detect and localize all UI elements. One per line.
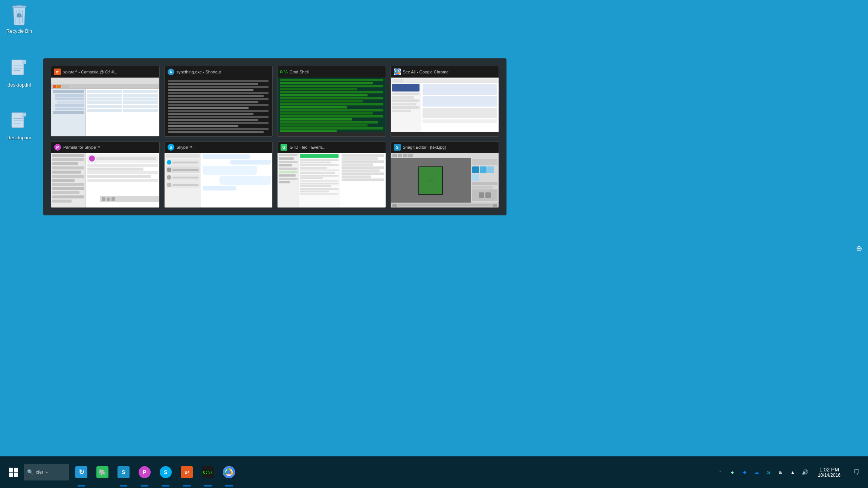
snagit-app-icon: S [394,144,401,151]
tray-security[interactable]: ● [727,467,738,477]
xplorer-title: xplorer² - Camtasia @ C:\ #... [63,70,117,74]
sidebar-action-button[interactable]: ⊕ [850,233,868,264]
tray-snagit2[interactable]: S [763,467,774,477]
clock[interactable]: 1:02 PM 10/14/2016 [812,467,846,478]
notification-center-button[interactable]: 🗨 [848,456,865,488]
task-title-pamela: P Pamela for Skype™ [51,142,159,153]
taskbar-app-camtasia[interactable]: x² [176,456,197,488]
desktop-ini-label-1: desktop.ini [8,82,31,88]
desktop-ini-image-1 [8,58,31,81]
taskbar-app-evernote[interactable]: 🐘 [92,456,113,488]
task-title-syncthing: ↻ syncthing.exe - Shortcut [165,66,273,78]
taskbar: 🔍 xfer » ↻ 🐘 S P S x² [0,456,868,488]
clock-time: 1:02 PM [819,467,839,473]
syncthing-title: syncthing.exe - Shortcut [177,70,221,74]
desktop-ini-icon-2[interactable]: desktop.ini [2,109,36,142]
taskbar-apps: ↻ 🐘 S P S x² C:\\ [71,456,240,488]
skype-preview [165,153,273,207]
desktop-ini-label-2: desktop.ini [8,135,31,140]
search-expand-icon: » [46,470,48,474]
cmd-active-dot [204,485,212,486]
skype-active-dot [162,485,169,486]
pamela-preview [51,153,159,207]
xplorer-app-icon: x² [54,69,61,75]
svg-point-19 [396,71,398,73]
snagit-title: Snagit Editor - [text.jpg] [403,145,446,149]
xplorer-preview [51,78,159,137]
syncthing-app-icon: ↻ [168,69,174,75]
task-item-syncthing[interactable]: ↻ syncthing.exe - Shortcut [164,66,273,137]
tray-wifi[interactable]: ▲ [787,467,798,477]
task-item-cmd[interactable]: C:\\ Cmd Shell [277,66,386,137]
snagit-active-dot [120,485,127,486]
task-item-gtd[interactable]: G GTD - leo - Evern... [277,141,386,208]
task-item-xplorer[interactable]: x² xplorer² - Camtasia @ C:\ #... [51,66,160,137]
svg-rect-13 [22,113,26,116]
chrome-title: See All - Google Chrome [403,70,449,74]
evernote-taskbar-icon: 🐘 [96,466,108,478]
skype-title: Skype™ - [177,145,195,149]
taskbar-app-syncthing[interactable]: ↻ [71,456,92,488]
gtd-title: GTD - leo - Evern... [290,145,325,149]
desktop-ini-image-2 [8,111,31,133]
recycle-bin-label: Recycle Bin [6,28,32,34]
sidebar-action-icon: ⊕ [854,246,863,252]
syncthing-active-dot [78,485,85,486]
chrome-app-icon [394,69,401,75]
task-title-xplorer: x² xplorer² - Camtasia @ C:\ #... [51,66,159,78]
recycle-bin-image [8,4,31,27]
notification-icon: 🗨 [853,468,860,476]
pamela-title: Pamela for Skype™ [63,145,100,149]
chrome-taskbar-icon [223,466,235,478]
start-button[interactable] [3,462,24,483]
taskbar-app-chrome[interactable] [218,456,240,488]
cmd-title: Cmd Shell [290,70,309,74]
task-title-gtd: G GTD - leo - Evern... [278,142,386,153]
tray-onedrive[interactable]: ☁ [751,467,762,477]
search-icon: 🔍 [27,469,34,475]
skype-app-icon: S [168,144,174,151]
task-grid: x² xplorer² - Camtasia @ C:\ #... [51,66,499,208]
taskbar-right: ^ ● ◆ ☁ S ⊞ ▲ 🔊 1:02 PM 10/14/2016 🗨 [715,456,865,488]
syncthing-preview [165,78,273,137]
snagit-taskbar-icon: S [117,466,130,478]
svg-line-4 [22,10,23,23]
cmd-taskbar-icon: C:\\ [202,466,214,478]
windows-logo-icon [9,468,18,477]
cmd-app-icon: C:\\ [281,69,287,75]
recycle-bin-icon[interactable]: Recycle Bin [2,3,36,35]
task-title-chrome: See All - Google Chrome [391,66,499,78]
taskbar-app-skype[interactable]: S [155,456,176,488]
pamela-taskbar-icon: P [139,466,151,478]
task-title-cmd: C:\\ Cmd Shell [278,66,386,78]
svg-rect-7 [22,60,26,64]
pamela-app-icon: P [54,144,61,151]
svg-rect-1 [16,5,22,6]
task-item-chrome[interactable]: See All - Google Chrome [391,66,499,137]
gtd-app-icon: G [281,144,287,151]
task-item-snagit[interactable]: S Snagit Editor - [text.jpg] TEXT [391,141,499,208]
tray-chevron[interactable]: ^ [715,467,726,477]
clock-date: 10/14/2016 [818,473,841,478]
task-title-snagit: S Snagit Editor - [text.jpg] [391,142,499,153]
svg-rect-0 [12,6,26,8]
svg-rect-5 [12,60,24,75]
task-switcher: x² xplorer² - Camtasia @ C:\ #... [43,58,506,215]
gtd-preview [278,153,386,207]
task-item-pamela[interactable]: P Pamela for Skype™ [51,141,160,208]
chrome-preview [391,78,499,132]
tray-keyboard[interactable]: ⊞ [775,467,786,477]
skype-taskbar-icon: S [160,466,172,478]
tray-volume[interactable]: 🔊 [799,467,810,477]
task-item-skype[interactable]: S Skype™ - [164,141,273,208]
taskbar-app-cmd[interactable]: C:\\ [197,456,218,488]
system-tray: ^ ● ◆ ☁ S ⊞ ▲ 🔊 [715,467,810,477]
taskbar-search[interactable]: 🔍 xfer » [24,464,69,480]
taskbar-app-snagit[interactable]: S [113,456,134,488]
syncthing-taskbar-icon: ↻ [75,466,87,478]
snagit-preview: TEXT [391,153,499,207]
desktop-ini-icon-1[interactable]: desktop.ini [2,56,36,89]
tray-dropbox[interactable]: ◆ [739,467,750,477]
camtasia-taskbar-icon: x² [181,466,193,478]
taskbar-app-pamela[interactable]: P [134,456,155,488]
